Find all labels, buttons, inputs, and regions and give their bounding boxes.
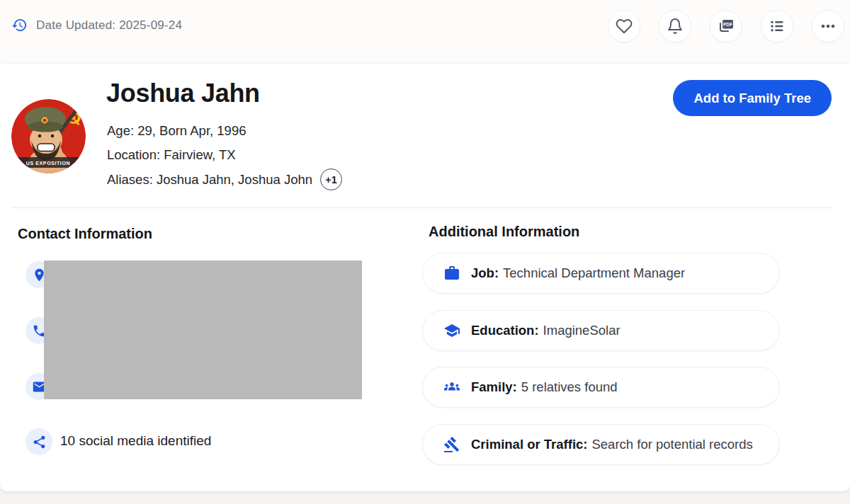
svg-text:PDF: PDF bbox=[723, 22, 732, 27]
criminal-traffic-card-text: Criminal or Traffic:Search for potential… bbox=[471, 437, 753, 452]
date-updated-label: Date Updated: 2025-09-24 bbox=[36, 18, 182, 33]
report-sections-button[interactable] bbox=[761, 10, 793, 42]
download-pdf-button[interactable]: PDF bbox=[710, 10, 742, 42]
page-background-band bbox=[0, 491, 850, 504]
pdf-icon: PDF bbox=[718, 18, 735, 35]
profile-aliases: Aliases: Joshua Jahn, Joshua John +1 bbox=[107, 168, 342, 190]
family-label: Family: bbox=[471, 379, 517, 394]
person-report-page: Date Updated: 2025-09-24 PDF bbox=[0, 0, 850, 504]
job-label: Job: bbox=[471, 265, 499, 280]
profile-location: Location: Fairview, TX bbox=[107, 147, 236, 163]
family-card-text: Family:5 relatives found bbox=[471, 379, 618, 395]
svg-text:US EXPOSITION: US EXPOSITION bbox=[26, 161, 70, 166]
family-card[interactable]: Family:5 relatives found bbox=[422, 367, 780, 408]
education-value: ImagineSolar bbox=[543, 323, 620, 338]
profile-avatar: ☭ US EXPOSITION bbox=[11, 99, 86, 173]
more-options-button[interactable] bbox=[812, 10, 844, 42]
favorite-button[interactable] bbox=[608, 10, 640, 42]
report-card: ☭ US EXPOSITION bbox=[0, 62, 850, 491]
section-divider bbox=[11, 207, 833, 208]
add-to-family-tree-button[interactable]: Add to Family Tree bbox=[673, 80, 832, 116]
education-card[interactable]: Education:ImagineSolar bbox=[422, 310, 780, 351]
date-updated: Date Updated: 2025-09-24 bbox=[11, 17, 182, 33]
criminal-traffic-card[interactable]: Criminal or Traffic:Search for potential… bbox=[422, 424, 780, 465]
avatar-illustration: ☭ US EXPOSITION bbox=[11, 99, 86, 173]
alerts-button[interactable] bbox=[659, 10, 691, 42]
job-value: Technical Department Manager bbox=[503, 265, 685, 280]
bell-icon bbox=[667, 18, 684, 35]
share-icon bbox=[32, 435, 47, 449]
family-icon bbox=[443, 379, 460, 396]
family-value: 5 relatives found bbox=[521, 379, 618, 394]
profile-age: Age: 29, Born Apr, 1996 bbox=[107, 123, 246, 139]
redacted-contact-values bbox=[44, 260, 362, 399]
job-card-text: Job:Technical Department Manager bbox=[471, 265, 685, 281]
topbar: Date Updated: 2025-09-24 PDF bbox=[0, 0, 850, 62]
topbar-actions: PDF bbox=[608, 10, 844, 42]
education-label: Education: bbox=[471, 323, 539, 338]
social-media-chip bbox=[26, 428, 52, 455]
additional-information-heading: Additional Information bbox=[429, 224, 579, 240]
aliases-more-badge[interactable]: +1 bbox=[320, 168, 342, 190]
ellipsis-icon bbox=[820, 18, 837, 35]
gavel-icon bbox=[443, 436, 460, 453]
briefcase-icon bbox=[443, 265, 460, 282]
heart-icon bbox=[616, 18, 633, 35]
contact-information-heading: Contact Information bbox=[18, 226, 152, 242]
profile-name: Joshua Jahn bbox=[106, 79, 260, 108]
history-icon bbox=[11, 17, 28, 33]
list-icon bbox=[769, 18, 786, 35]
criminal-traffic-label: Criminal or Traffic: bbox=[471, 437, 587, 452]
education-card-text: Education:ImagineSolar bbox=[471, 323, 620, 338]
graduation-cap-icon bbox=[443, 322, 460, 339]
job-card[interactable]: Job:Technical Department Manager bbox=[422, 253, 780, 294]
social-media-count: 10 social media identified bbox=[60, 433, 211, 449]
criminal-traffic-value: Search for potential records bbox=[591, 437, 752, 452]
aliases-text: Aliases: Joshua Jahn, Joshua John bbox=[107, 172, 312, 188]
